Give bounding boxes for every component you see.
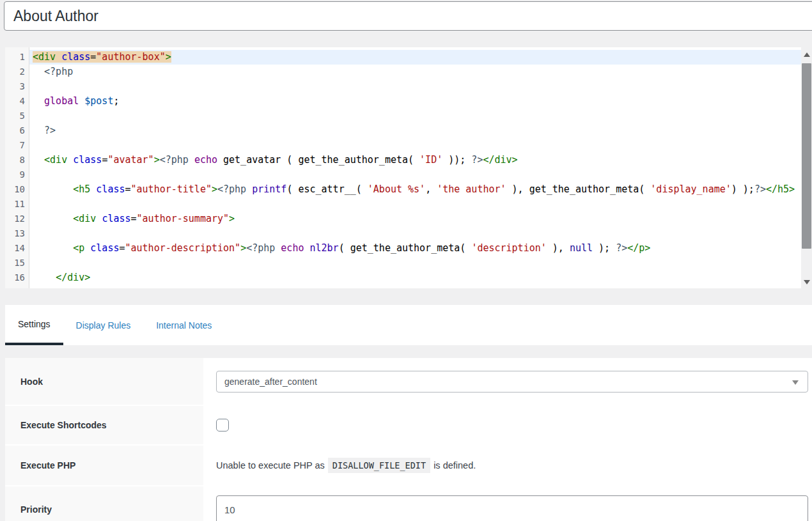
code-line[interactable]: <div class="avatar"><?php echo get_avata… xyxy=(29,153,812,167)
scrollbar-thumb[interactable] xyxy=(802,63,811,249)
tab-display-rules-label: Display Rules xyxy=(76,320,131,330)
hook-row: Hook generate_after_content xyxy=(5,358,812,406)
tab-display-rules[interactable]: Display Rules xyxy=(63,305,144,345)
tab-settings-label: Settings xyxy=(18,319,51,329)
code-line[interactable] xyxy=(29,167,812,182)
code-lines[interactable]: <div class="author-box"> <?php global $p… xyxy=(29,47,812,288)
hook-label: Hook xyxy=(5,358,203,405)
code-line[interactable] xyxy=(29,197,812,212)
code-line[interactable]: <div class="author-summary"> xyxy=(29,212,812,226)
tab-internal-notes[interactable]: Internal Notes xyxy=(143,305,224,345)
code-line[interactable]: <div class="author-box"> xyxy=(29,50,812,65)
line-number: 5 xyxy=(5,109,29,123)
code-line[interactable]: </div> xyxy=(29,270,812,285)
code-line[interactable] xyxy=(29,256,812,270)
execute-php-message-after: is defined. xyxy=(433,460,476,470)
priority-label: Priority xyxy=(5,486,203,521)
line-number: 4 xyxy=(5,94,29,109)
code-line[interactable]: <h5 class="author-title"><?php printf( e… xyxy=(29,182,812,197)
matching-tag-highlight: <div class="author-box"> xyxy=(33,51,171,63)
execute-php-label: Execute PHP xyxy=(5,446,203,485)
tab-settings[interactable]: Settings xyxy=(5,305,63,345)
execute-php-message: Unable to execute PHP as DISALLOW_FILE_E… xyxy=(203,446,812,485)
line-number: 3 xyxy=(5,79,29,94)
element-title-input[interactable] xyxy=(4,1,812,31)
scrollbar-down-arrow-icon[interactable] xyxy=(801,276,812,288)
code-line[interactable] xyxy=(29,79,812,94)
execute-shortcodes-label: Execute Shortcodes xyxy=(5,406,203,444)
hook-select-value: generate_after_content xyxy=(224,377,317,387)
code-line[interactable]: ?> xyxy=(29,123,812,138)
disallow-file-edit-code: DISALLOW_FILE_EDIT xyxy=(328,458,430,473)
code-editor[interactable]: 12345678910111213141516 <div class="auth… xyxy=(5,47,812,288)
code-line[interactable] xyxy=(29,138,812,153)
priority-row: Priority xyxy=(5,486,812,521)
code-line[interactable]: <?php xyxy=(29,65,812,79)
editor-scrollbar[interactable] xyxy=(801,47,812,288)
execute-shortcodes-row: Execute Shortcodes xyxy=(5,406,812,446)
line-number: 13 xyxy=(5,226,29,241)
code-line[interactable]: <p class="author-description"><?php echo… xyxy=(29,241,812,256)
code-line[interactable]: global $post; xyxy=(29,94,812,109)
settings-table: Hook generate_after_content Execute Shor… xyxy=(5,358,812,521)
line-number: 2 xyxy=(5,65,29,79)
line-number: 14 xyxy=(5,241,29,256)
line-number: 11 xyxy=(5,197,29,212)
line-number: 7 xyxy=(5,138,29,153)
priority-input[interactable] xyxy=(216,495,808,521)
code-line[interactable] xyxy=(29,109,812,123)
select-dropdown-arrow-icon xyxy=(792,380,799,385)
line-number: 10 xyxy=(5,182,29,197)
line-number: 8 xyxy=(5,153,29,167)
execute-php-message-before: Unable to execute PHP as xyxy=(216,460,325,470)
hook-select[interactable]: generate_after_content xyxy=(216,371,808,393)
line-number: 1 xyxy=(5,50,29,65)
scrollbar-up-arrow-icon[interactable] xyxy=(801,49,812,60)
element-editor-screen: 12345678910111213141516 <div class="auth… xyxy=(0,0,812,521)
tab-bar: Settings Display Rules Internal Notes xyxy=(5,305,812,345)
line-number: 16 xyxy=(5,270,29,285)
line-number: 12 xyxy=(5,212,29,226)
execute-php-row: Execute PHP Unable to execute PHP as DIS… xyxy=(5,446,812,486)
line-number: 15 xyxy=(5,256,29,270)
execute-shortcodes-checkbox[interactable] xyxy=(216,419,229,432)
line-numbers-gutter: 12345678910111213141516 xyxy=(5,47,29,288)
code-line[interactable] xyxy=(29,226,812,241)
line-number: 6 xyxy=(5,123,29,138)
line-number: 9 xyxy=(5,167,29,182)
tab-internal-notes-label: Internal Notes xyxy=(156,320,212,330)
